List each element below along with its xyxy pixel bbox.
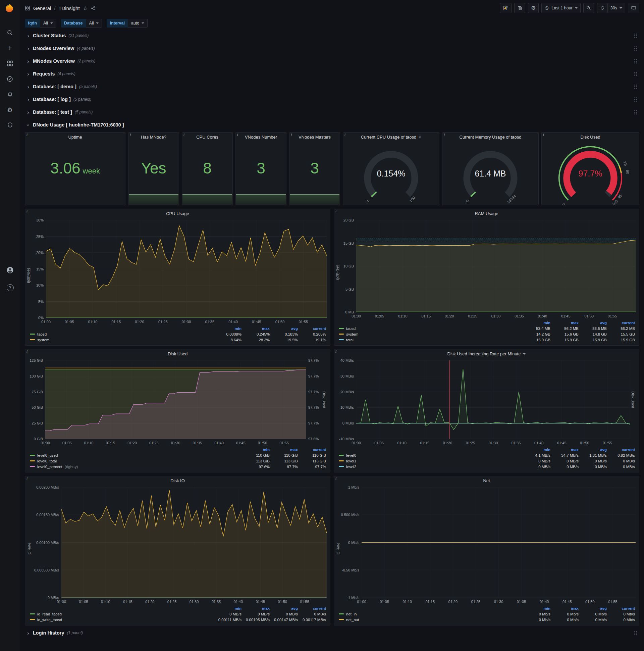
panel-info-icon[interactable]: i: [335, 476, 336, 480]
variable-value-database[interactable]: All: [86, 19, 102, 28]
legend-series-io-write-taosd[interactable]: io_write_taosd: [37, 618, 62, 622]
legend-series-level1[interactable]: level1: [346, 459, 356, 463]
dashboard-settings-button[interactable]: ⚙: [528, 3, 539, 13]
refresh-interval-dropdown[interactable]: 30s: [607, 3, 625, 13]
favorite-star-icon[interactable]: ☆: [83, 5, 88, 11]
chart-plot-area[interactable]: [46, 220, 327, 318]
sidebar-dashboards-button[interactable]: [4, 58, 17, 69]
legend-col-max[interactable]: max: [270, 447, 298, 452]
legend-series-net-out[interactable]: net_out: [346, 618, 359, 622]
legend-series-taosd[interactable]: taosd: [346, 327, 356, 331]
row-drag-handle[interactable]: [634, 630, 638, 636]
sidebar-search-button[interactable]: [4, 27, 17, 38]
legend-col-avg[interactable]: avg: [579, 607, 607, 610]
legend-col-current[interactable]: current: [298, 447, 326, 452]
add-panel-button[interactable]: [500, 3, 512, 13]
zoom-out-time-button[interactable]: [583, 3, 594, 13]
legend-col-avg[interactable]: avg: [270, 607, 298, 610]
legend-series-system[interactable]: system: [37, 338, 49, 342]
panel-title[interactable]: Uptime: [25, 132, 125, 142]
breadcrumb-section[interactable]: General: [33, 5, 51, 11]
dashboard-row-cluster-status[interactable]: ›Cluster Status(21 panels): [25, 30, 639, 41]
panel-title[interactable]: Current Memory Usage of taosd: [443, 132, 538, 142]
time-range-picker[interactable]: Last 1 hour: [541, 3, 581, 13]
panel-info-icon[interactable]: i: [345, 132, 346, 136]
legend-series-total[interactable]: total: [346, 338, 354, 342]
chart-plot-area[interactable]: [356, 361, 630, 439]
sidebar-create-button[interactable]: +: [4, 42, 17, 54]
panel-info-icon[interactable]: i: [335, 349, 336, 353]
chart-plot-area[interactable]: [61, 487, 327, 598]
panel-title[interactable]: Has MNode?: [128, 132, 179, 142]
panel-info-icon[interactable]: i: [291, 132, 292, 136]
legend-col-max[interactable]: max: [550, 607, 579, 610]
panel-title[interactable]: CPU Usage: [25, 209, 330, 218]
panel-title[interactable]: Disk Used: [25, 349, 330, 359]
row-drag-handle[interactable]: [634, 58, 638, 64]
legend-col-current[interactable]: current: [607, 321, 635, 325]
sidebar-server-admin-button[interactable]: [4, 120, 17, 131]
breadcrumb-page[interactable]: TDinsight: [58, 5, 79, 11]
variable-value-fqdn[interactable]: All: [40, 19, 56, 28]
legend-col-max[interactable]: max: [242, 607, 270, 610]
panel-info-icon[interactable]: i: [27, 476, 28, 480]
dashboard-row-login-history[interactable]: › Login History (1 panel): [25, 627, 639, 638]
legend-col-min[interactable]: min: [522, 607, 550, 610]
legend-col-min[interactable]: min: [213, 327, 242, 331]
help-button[interactable]: ?: [4, 282, 17, 293]
panel-info-icon[interactable]: i: [543, 132, 544, 136]
legend-col-min[interactable]: min: [242, 447, 270, 452]
panel-info-icon[interactable]: i: [130, 132, 131, 136]
user-profile-button[interactable]: [4, 265, 17, 276]
row-drag-handle[interactable]: [634, 71, 638, 77]
chart-plot-area[interactable]: [362, 487, 636, 598]
panel-title[interactable]: VNodes Masters: [289, 132, 340, 142]
sidebar-configuration-button[interactable]: ⚙: [4, 104, 17, 116]
panel-title[interactable]: Disk Used Increasing Rate per Minute: [334, 349, 639, 359]
legend-series-level0[interactable]: level0: [346, 453, 356, 457]
panel-title[interactable]: RAM Usage: [334, 209, 639, 218]
cycle-view-mode-button[interactable]: [628, 3, 639, 13]
sidebar-alerting-button[interactable]: [4, 89, 17, 100]
panel-info-icon[interactable]: i: [335, 209, 336, 213]
panel-info-icon[interactable]: i: [237, 132, 238, 136]
legend-col-avg[interactable]: avg: [579, 447, 607, 452]
panel-title[interactable]: Current CPU Usage of taosd: [343, 132, 439, 142]
dashboard-row-dnodes-overview[interactable]: ›DNodes Overview(4 panels): [25, 43, 639, 54]
sidebar-explore-button[interactable]: [4, 73, 17, 85]
legend-col-max[interactable]: max: [550, 447, 579, 452]
legend-series-net-in[interactable]: net_in: [346, 612, 357, 616]
legend-series-level0-total[interactable]: level0_total: [37, 459, 57, 463]
panel-title[interactable]: VNodes Number: [236, 132, 286, 142]
legend-col-current[interactable]: current: [607, 447, 635, 452]
chart-plot-area[interactable]: [45, 361, 306, 439]
panel-info-icon[interactable]: i: [184, 132, 185, 136]
legend-col-avg[interactable]: avg: [579, 321, 607, 325]
row-drag-handle[interactable]: [634, 45, 638, 51]
panel-title[interactable]: Net: [334, 476, 639, 485]
panel-title[interactable]: CPU Cores: [182, 132, 232, 142]
legend-col-min[interactable]: min: [213, 607, 242, 610]
legend-col-min[interactable]: min: [522, 321, 550, 325]
panel-title[interactable]: Disk IO: [25, 476, 330, 485]
legend-col-min[interactable]: min: [522, 447, 550, 452]
legend-col-max[interactable]: max: [550, 321, 579, 325]
legend-series-level0-used[interactable]: level0_used: [37, 453, 58, 457]
row-drag-handle[interactable]: [634, 33, 638, 39]
variable-value-interval[interactable]: auto: [128, 19, 148, 28]
legend-col-max[interactable]: max: [242, 327, 270, 331]
legend-series-taosd[interactable]: taosd: [37, 332, 46, 336]
dashboard-row-mnodes-overview[interactable]: ›MNodes Overview(2 panels): [25, 56, 639, 66]
panel-info-icon[interactable]: i: [27, 349, 28, 353]
panel-info-icon[interactable]: i: [27, 209, 28, 213]
row-drag-handle[interactable]: [634, 84, 638, 90]
dashboard-row-dnode-usage[interactable]: › DNode Usage [ huolinhe-TM1701:6030 ]: [25, 120, 639, 130]
panel-title[interactable]: Disk Used: [542, 132, 639, 142]
panel-info-icon[interactable]: i: [27, 132, 28, 136]
refresh-button[interactable]: [597, 3, 607, 13]
legend-col-current[interactable]: current: [298, 607, 326, 610]
legend-series-io-read-taosd[interactable]: io_read_taosd: [37, 612, 62, 616]
row-drag-handle[interactable]: [634, 110, 638, 115]
legend-col-current[interactable]: current: [607, 607, 635, 610]
legend-series-system[interactable]: system: [346, 332, 358, 336]
